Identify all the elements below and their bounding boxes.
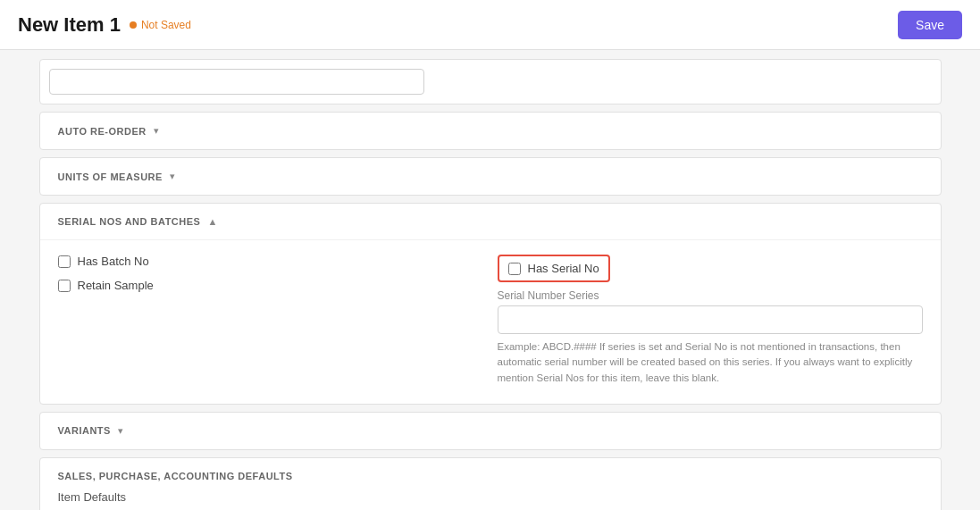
- save-button[interactable]: Save: [898, 11, 962, 39]
- units-of-measure-section: UNITS OF MEASURE ▾: [39, 157, 942, 196]
- serial-number-series-label: Serial Number Series: [498, 289, 923, 302]
- top-input-area: [39, 59, 942, 105]
- serial-number-series-help: Example: ABCD.#### If series is set and …: [498, 339, 923, 386]
- serial-number-series-input[interactable]: [498, 305, 923, 334]
- top-bar-left: New Item 1 Not Saved: [18, 13, 191, 37]
- has-batch-no-checkbox[interactable]: [58, 255, 71, 268]
- has-serial-highlight: Has Serial No: [498, 255, 610, 282]
- has-serial-no-label: Has Serial No: [528, 262, 599, 275]
- retain-sample-row: Retain Sample: [58, 279, 483, 292]
- not-saved-badge: Not Saved: [130, 19, 191, 31]
- sales-section-title: SALES, PURCHASE, ACCOUNTING DEFAULTS: [58, 471, 923, 481]
- auto-reorder-section: AUTO RE-ORDER ▾: [39, 112, 942, 150]
- auto-reorder-header[interactable]: AUTO RE-ORDER ▾: [40, 113, 941, 149]
- auto-reorder-chevron-icon: ▾: [154, 125, 159, 137]
- units-of-measure-chevron-icon: ▾: [170, 171, 175, 182]
- serial-nos-batches-chevron-icon: ▲: [207, 216, 217, 227]
- retain-sample-checkbox[interactable]: [58, 280, 71, 292]
- variants-section: VARIANTS ▾: [39, 412, 942, 450]
- has-serial-no-row: Has Serial No: [498, 255, 923, 282]
- has-batch-no-row: Has Batch No: [58, 255, 483, 268]
- top-bar: New Item 1 Not Saved Save: [0, 0, 980, 50]
- auto-reorder-title: AUTO RE-ORDER: [58, 126, 147, 137]
- page-title: New Item 1: [18, 13, 121, 37]
- not-saved-dot: [130, 21, 137, 29]
- serial-nos-form-grid: Has Batch No Retain Sample Has Serial No: [58, 255, 923, 386]
- units-of-measure-header[interactable]: UNITS OF MEASURE ▾: [40, 158, 941, 195]
- right-col-content: Has Serial No Serial Number Series Examp…: [498, 255, 923, 386]
- has-batch-no-label: Has Batch No: [78, 255, 149, 268]
- sales-section-header: SALES, PURCHASE, ACCOUNTING DEFAULTS Ite…: [40, 458, 941, 510]
- variants-title: VARIANTS: [58, 425, 111, 436]
- has-serial-no-checkbox[interactable]: [508, 263, 521, 275]
- serial-nos-batches-title: SERIAL NOS AND BATCHES: [58, 216, 201, 227]
- top-field-input[interactable]: [49, 69, 424, 95]
- variants-chevron-icon: ▾: [118, 425, 123, 437]
- sales-section: SALES, PURCHASE, ACCOUNTING DEFAULTS Ite…: [39, 457, 942, 510]
- item-defaults-label: Item Defaults: [58, 490, 923, 504]
- serial-nos-batches-header[interactable]: SERIAL NOS AND BATCHES ▲: [40, 204, 941, 239]
- serial-nos-right-col: Has Serial No Serial Number Series Examp…: [498, 255, 923, 386]
- main-content: AUTO RE-ORDER ▾ UNITS OF MEASURE ▾ SERIA…: [21, 59, 959, 510]
- serial-nos-left-col: Has Batch No Retain Sample: [58, 255, 483, 386]
- serial-nos-batches-body: Has Batch No Retain Sample Has Serial No: [40, 239, 941, 404]
- serial-number-series-field: Serial Number Series Example: ABCD.#### …: [498, 289, 923, 386]
- serial-nos-batches-section: SERIAL NOS AND BATCHES ▲ Has Batch No Re…: [39, 203, 942, 405]
- units-of-measure-title: UNITS OF MEASURE: [58, 171, 163, 182]
- variants-header[interactable]: VARIANTS ▾: [40, 413, 941, 449]
- not-saved-label: Not Saved: [141, 19, 191, 31]
- retain-sample-label: Retain Sample: [78, 279, 154, 292]
